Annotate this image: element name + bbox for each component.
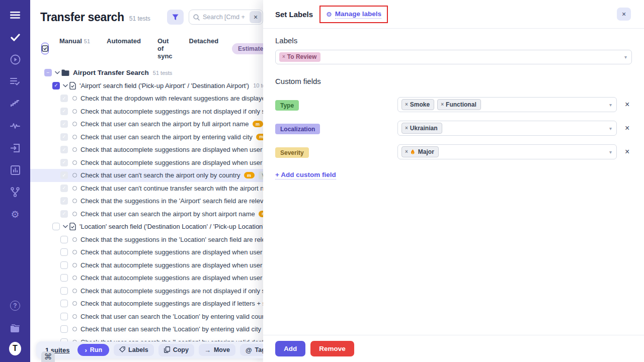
manage-labels-link[interactable]: Manage labels xyxy=(335,10,381,19)
row-title[interactable]: Check that autocomplete suggestions are … xyxy=(80,248,263,256)
steps-icon[interactable] xyxy=(9,98,21,110)
test-row[interactable]: ✓Check that the dropdown with relevant s… xyxy=(30,92,263,105)
settings-icon[interactable]: ⚙ xyxy=(9,208,21,220)
search-clear-button[interactable]: × xyxy=(250,11,262,23)
row-checkbox[interactable] xyxy=(52,223,60,230)
row-checkbox[interactable]: ✓ xyxy=(60,185,68,192)
row-checkbox[interactable]: ✓ xyxy=(60,146,68,153)
runs-icon[interactable] xyxy=(9,53,21,65)
row-title[interactable]: Check that autocomplete suggestions are … xyxy=(80,159,263,166)
row-title[interactable]: Airport Transfer Search xyxy=(73,69,149,76)
field-value-select[interactable]: ×Major▾ xyxy=(397,144,617,159)
test-row[interactable]: Check that user can search the 'Location… xyxy=(30,323,263,336)
row-title[interactable]: 'Location' search field ('Destination Lo… xyxy=(79,223,263,230)
row-title[interactable]: Check that autocomplete suggestings are … xyxy=(80,287,263,295)
test-row[interactable]: Check that autocomplete suggestions are … xyxy=(30,259,263,272)
tab-out-of-sync[interactable]: Out of sync xyxy=(157,37,173,60)
row-title[interactable]: Check that user can search the airport b… xyxy=(80,210,255,218)
field-value-select[interactable]: ×Ukrainian▾ xyxy=(397,121,617,136)
remove-chip-icon[interactable]: × xyxy=(405,125,408,131)
tab-detached[interactable]: Detached xyxy=(189,37,219,60)
remove-button[interactable]: Remove xyxy=(310,341,354,356)
row-checkbox[interactable]: ✓ xyxy=(60,171,68,179)
estimate-badge[interactable]: Estimate xyxy=(232,43,263,54)
add-button[interactable]: Add xyxy=(275,341,305,356)
row-checkbox[interactable] xyxy=(60,287,68,295)
remove-field-button[interactable]: × xyxy=(625,124,629,133)
suite-row[interactable]: ✓'Airport' search field ('Pick-up Airpor… xyxy=(30,79,263,93)
test-row[interactable]: Check that autocomplete suggestings are … xyxy=(30,297,263,310)
help-icon[interactable]: ? xyxy=(9,300,21,312)
folder-row[interactable]: −Airport Transfer Search51 tests xyxy=(30,66,263,79)
remove-field-button[interactable]: × xyxy=(625,147,629,156)
row-title[interactable]: Check that user can search the airport b… xyxy=(80,133,253,141)
value-chip[interactable]: ×Smoke xyxy=(401,99,434,110)
menu-icon[interactable] xyxy=(9,9,21,21)
row-checkbox[interactable] xyxy=(60,248,68,256)
labels-button[interactable]: Labels xyxy=(114,344,154,356)
test-row[interactable]: Check that autocomplete suggestings are … xyxy=(30,285,263,298)
row-checkbox[interactable] xyxy=(60,261,68,269)
import-icon[interactable] xyxy=(9,142,21,154)
pulse-icon[interactable] xyxy=(9,120,21,132)
select-all-button[interactable] xyxy=(41,43,49,54)
test-row[interactable]: Check that user can search the 'Location… xyxy=(30,310,263,323)
copy-button[interactable]: Copy xyxy=(158,344,194,356)
test-row[interactable]: ✓Check that autocomplete suggestions are… xyxy=(30,143,263,156)
close-panel-button[interactable]: × xyxy=(617,8,631,21)
test-plans-icon[interactable] xyxy=(9,75,21,87)
chevron-down-icon[interactable] xyxy=(63,84,68,87)
row-checkbox[interactable]: ✓ xyxy=(60,120,68,128)
value-chip[interactable]: ×Major xyxy=(401,146,439,157)
row-title[interactable]: Check that user can search the 'Location… xyxy=(80,313,263,320)
row-checkbox[interactable] xyxy=(60,300,68,307)
row-title[interactable]: 'Airport' search field ('Pick-up Airport… xyxy=(79,82,249,89)
remove-chip-icon[interactable]: × xyxy=(405,102,408,108)
tests-icon[interactable] xyxy=(9,31,21,43)
add-custom-field-link[interactable]: + Add custom field xyxy=(275,171,336,179)
row-title[interactable]: Check that autocomplete suggestions are … xyxy=(80,274,263,282)
move-button[interactable]: →Move xyxy=(199,344,235,356)
label-chip[interactable]: ×To Review xyxy=(279,52,320,62)
reports-icon[interactable] xyxy=(9,164,21,176)
app-logo[interactable]: T xyxy=(9,344,21,356)
remove-field-button[interactable]: × xyxy=(625,100,629,109)
row-title[interactable]: Check that the suggestions in the 'Locat… xyxy=(80,236,263,243)
row-checkbox[interactable] xyxy=(60,313,68,320)
test-row[interactable]: ✓Check that autocomplete suggestions are… xyxy=(30,156,263,169)
row-checkbox[interactable]: − xyxy=(44,69,52,76)
remove-chip-icon[interactable]: × xyxy=(405,149,408,155)
suite-row[interactable]: 'Location' search field ('Destination Lo… xyxy=(30,220,263,233)
test-row[interactable]: ✓Check that user can't search the airpor… xyxy=(30,169,263,182)
row-checkbox[interactable]: ✓ xyxy=(60,108,68,115)
row-checkbox[interactable]: ✓ xyxy=(60,210,68,218)
chevron-down-icon[interactable] xyxy=(55,71,60,74)
tab-automated[interactable]: Automated xyxy=(107,37,141,60)
projects-icon[interactable] xyxy=(9,322,21,334)
row-checkbox[interactable]: ✓ xyxy=(60,133,68,141)
manage-labels-annotation[interactable]: ⚙ Manage labels xyxy=(319,6,388,23)
search-input[interactable] xyxy=(203,14,246,21)
row-checkbox[interactable]: ✓ xyxy=(60,197,68,205)
row-checkbox[interactable] xyxy=(60,236,68,243)
test-row[interactable]: Check that autocomplete suggestions are … xyxy=(30,246,263,259)
row-checkbox[interactable] xyxy=(60,274,68,282)
value-chip[interactable]: ×Functional xyxy=(437,99,481,110)
row-checkbox[interactable]: ✓ xyxy=(60,159,68,166)
field-value-select[interactable]: ×Smoke×Functional▾ xyxy=(397,97,617,112)
row-checkbox[interactable] xyxy=(60,325,68,333)
row-title[interactable]: Check that autocomplete suggestings are … xyxy=(80,108,263,115)
row-checkbox[interactable]: ✓ xyxy=(52,82,60,89)
row-title[interactable]: Check that the dropdown with relevant su… xyxy=(80,95,263,102)
row-title[interactable]: Check that user can't search the airport… xyxy=(80,171,240,179)
value-chip[interactable]: ×Ukrainian xyxy=(401,123,442,133)
tags-button[interactable]: @Tags xyxy=(240,344,263,356)
test-row[interactable]: Check that autocomplete suggestions are … xyxy=(30,272,263,285)
test-row[interactable]: ✓Check that autocomplete suggestings are… xyxy=(30,105,263,118)
row-title[interactable]: Check that user can search the 'Location… xyxy=(80,325,261,333)
test-row[interactable]: ✓Check that user can search the airport … xyxy=(30,131,263,144)
test-row[interactable]: ✓Check that the suggestions in the 'Airp… xyxy=(30,195,263,208)
labels-select[interactable]: ×To Review ▾ xyxy=(275,50,632,64)
row-title[interactable]: Check that autocomplete suggestions are … xyxy=(80,261,263,269)
chevron-down-icon[interactable] xyxy=(63,225,68,228)
